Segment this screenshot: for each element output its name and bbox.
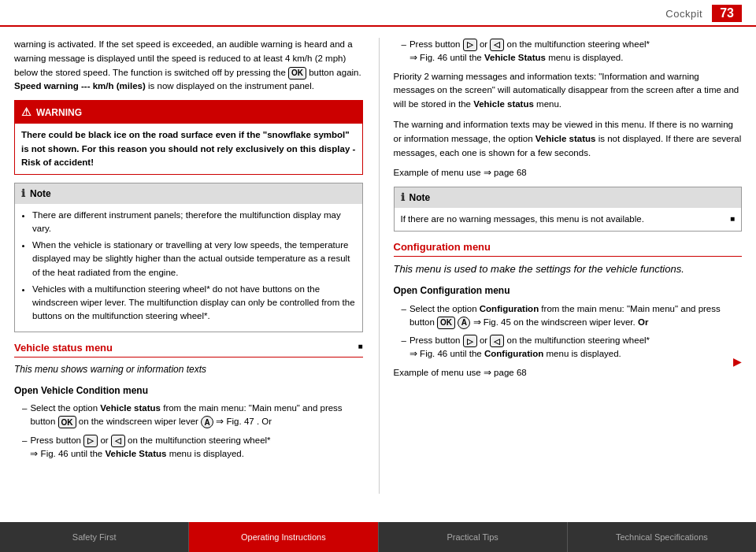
note-item-1: There are different instrument panels; t… <box>32 209 356 236</box>
note-header-right: ℹ Note <box>395 187 742 208</box>
warning-title: WARNING <box>36 106 82 120</box>
note-item-2: When the vehicle is stationary or travel… <box>32 239 356 280</box>
page-header: Cockpit 73 <box>0 0 756 27</box>
note-item-3: Vehicles with a multifunction steering w… <box>32 283 356 324</box>
warning-text: There could be black ice on the road sur… <box>21 130 355 167</box>
priority-text: Priority 2 warning messages and informat… <box>394 70 743 112</box>
btn-right-config: ▷ <box>463 335 477 347</box>
intro-paragraph: warning is activated. If the set speed i… <box>14 38 363 94</box>
main-content: warning is activated. If the set speed i… <box>0 27 756 502</box>
circle-a-config: A <box>458 317 470 329</box>
open-vehicle-condition-heading: Open Vehicle Condition menu <box>14 383 363 398</box>
example-menu-use: Example of menu use ⇒ page 68 <box>394 166 743 180</box>
note-title: Note <box>30 187 51 201</box>
left-column: warning is activated. If the set speed i… <box>14 38 363 494</box>
config-step-2: – Press button ▷ or ◁ on the multifuncti… <box>394 334 743 361</box>
note-box-right: ℹ Note If there are no warning messages,… <box>394 187 743 232</box>
config-example: Example of menu use ⇒ page 68 ▶ <box>394 366 743 380</box>
warning-triangle-icon: ⚠ <box>21 104 32 120</box>
btn-right-step2: ▷ <box>83 435 98 447</box>
page-number: 73 <box>712 5 742 22</box>
ok-button-inline: OK <box>288 67 306 80</box>
config-step-1: – Select the option Configuration from t… <box>394 302 743 330</box>
btn-left-step2: ◁ <box>111 435 125 447</box>
config-menu-heading: Configuration menu <box>394 239 743 257</box>
info-icon: ℹ <box>21 186 25 202</box>
right-step-press-button: – Press button ▷ or ◁ on the multifuncti… <box>394 38 743 65</box>
vehicle-step-1: – Select the option Vehicle status from … <box>14 402 363 429</box>
note-end-marker: ■ <box>730 213 735 224</box>
vehicle-status-intro: This menu shows warning or information t… <box>14 362 363 377</box>
btn-left-config: ◁ <box>490 335 504 347</box>
note-box: ℹ Note There are different instrument pa… <box>14 183 363 332</box>
tab-technical-specifications[interactable]: Technical Specifications <box>568 522 756 552</box>
ok-btn-config: OK <box>437 317 455 329</box>
note-body-right: If there are no warning messages, this m… <box>395 208 742 231</box>
note-body: There are different instrument panels; t… <box>15 204 362 332</box>
btn-right-right: ▷ <box>463 39 477 51</box>
circle-a-step1: A <box>201 416 213 428</box>
config-intro: This menu is used to make the settings f… <box>394 261 743 277</box>
tab-operating-instructions[interactable]: Operating Instructions <box>189 522 378 552</box>
open-config-heading: Open Configuration menu <box>394 283 743 298</box>
tab-practical-tips[interactable]: Practical Tips <box>379 522 568 552</box>
btn-left-right: ◁ <box>490 39 504 51</box>
warning-body: There could be black ice on the road sur… <box>15 124 362 174</box>
vehicle-status-heading: Vehicle status menu <box>14 340 363 358</box>
chapter-title: Cockpit <box>665 8 702 20</box>
note-title-right: Note <box>410 191 431 205</box>
note-header: ℹ Note <box>15 183 362 204</box>
footer-tabs: Safety First Operating Instructions Prac… <box>0 522 756 552</box>
note-list: There are different instrument panels; t… <box>21 209 356 324</box>
info-icon-right: ℹ <box>401 190 405 206</box>
section-end-marker: ■ <box>358 340 362 352</box>
warning-text: The warning and information texts may be… <box>394 118 743 160</box>
warning-box: ⚠ WARNING There could be black ice on th… <box>14 100 363 175</box>
tab-safety-first[interactable]: Safety First <box>0 522 189 552</box>
vehicle-step-2: – Press button ▷ or ◁ on the multifuncti… <box>14 434 363 461</box>
right-column: – Press button ▷ or ◁ on the multifuncti… <box>379 38 743 494</box>
warning-header: ⚠ WARNING <box>15 101 362 124</box>
ok-btn-step1: OK <box>58 416 76 428</box>
